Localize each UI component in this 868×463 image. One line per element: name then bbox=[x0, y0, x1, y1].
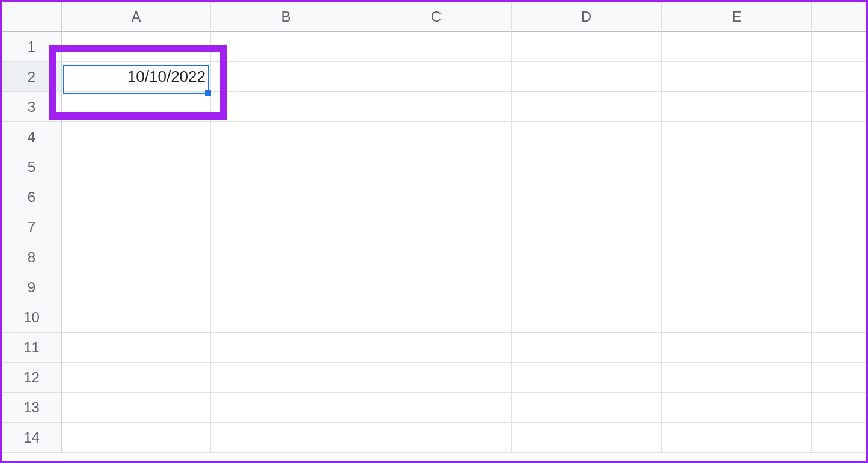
cell-B7[interactable] bbox=[211, 212, 361, 242]
cell-A9[interactable] bbox=[62, 272, 211, 302]
cell-D13[interactable] bbox=[512, 393, 662, 423]
cell-C5[interactable] bbox=[361, 152, 512, 182]
row-header-14[interactable]: 14 bbox=[2, 423, 62, 453]
row-header-12[interactable]: 12 bbox=[2, 363, 62, 393]
cell-E5[interactable] bbox=[662, 152, 812, 182]
cell-D11[interactable] bbox=[512, 333, 662, 363]
cell-E12[interactable] bbox=[662, 363, 812, 393]
cell-D3[interactable] bbox=[512, 92, 662, 122]
cell-C13[interactable] bbox=[361, 393, 512, 423]
cell-B13[interactable] bbox=[211, 393, 361, 423]
cell-D8[interactable] bbox=[512, 242, 662, 272]
cell-F14[interactable] bbox=[812, 423, 868, 453]
cell-B9[interactable] bbox=[211, 272, 361, 302]
cell-B3[interactable] bbox=[211, 92, 361, 122]
cell-C8[interactable] bbox=[361, 242, 512, 272]
row-header-2[interactable]: 2 bbox=[2, 62, 62, 92]
cell-D6[interactable] bbox=[512, 182, 662, 212]
cell-F9[interactable] bbox=[812, 272, 868, 302]
cell-B5[interactable] bbox=[211, 152, 361, 182]
cell-A4[interactable] bbox=[62, 122, 211, 152]
cell-F1[interactable] bbox=[812, 32, 868, 62]
row-header-6[interactable]: 6 bbox=[2, 182, 62, 212]
col-header-E[interactable]: E bbox=[662, 2, 812, 32]
cell-D1[interactable] bbox=[512, 32, 662, 62]
cell-F4[interactable] bbox=[812, 122, 868, 152]
col-header-C[interactable]: C bbox=[361, 2, 512, 32]
cell-E9[interactable] bbox=[662, 272, 812, 302]
cell-D10[interactable] bbox=[512, 302, 662, 333]
cell-E1[interactable] bbox=[662, 32, 812, 62]
cell-B6[interactable] bbox=[211, 182, 361, 212]
cell-B10[interactable] bbox=[211, 302, 361, 333]
cell-C9[interactable] bbox=[361, 272, 512, 302]
col-header-D[interactable]: D bbox=[512, 2, 662, 32]
cell-C3[interactable] bbox=[361, 92, 512, 122]
cell-D5[interactable] bbox=[512, 152, 662, 182]
cell-B12[interactable] bbox=[211, 363, 361, 393]
row-header-3[interactable]: 3 bbox=[2, 92, 62, 122]
cell-E7[interactable] bbox=[662, 212, 812, 242]
cell-D7[interactable] bbox=[512, 212, 662, 242]
row-header-13[interactable]: 13 bbox=[2, 393, 62, 423]
cell-E11[interactable] bbox=[662, 333, 812, 363]
cell-B8[interactable] bbox=[211, 242, 361, 272]
row-header-11[interactable]: 11 bbox=[2, 333, 62, 363]
cell-E14[interactable] bbox=[662, 423, 812, 453]
row-header-4[interactable]: 4 bbox=[2, 122, 62, 152]
cell-C11[interactable] bbox=[361, 333, 512, 363]
cell-B11[interactable] bbox=[211, 333, 361, 363]
cell-F11[interactable] bbox=[812, 333, 868, 363]
cell-A5[interactable] bbox=[62, 152, 211, 182]
row-header-5[interactable]: 5 bbox=[2, 152, 62, 182]
col-header-extra[interactable] bbox=[812, 2, 868, 32]
cell-E10[interactable] bbox=[662, 302, 812, 333]
cell-D2[interactable] bbox=[512, 62, 662, 92]
cell-F13[interactable] bbox=[812, 393, 868, 423]
cell-D4[interactable] bbox=[512, 122, 662, 152]
row-header-7[interactable]: 7 bbox=[2, 212, 62, 242]
col-header-A[interactable]: A bbox=[62, 2, 211, 32]
cell-A8[interactable] bbox=[62, 242, 211, 272]
cell-F7[interactable] bbox=[812, 212, 868, 242]
row-header-1[interactable]: 1 bbox=[2, 32, 62, 62]
cell-C14[interactable] bbox=[361, 423, 512, 453]
col-header-B[interactable]: B bbox=[211, 2, 361, 32]
cell-E8[interactable] bbox=[662, 242, 812, 272]
select-all-corner[interactable] bbox=[2, 2, 62, 32]
cell-A11[interactable] bbox=[62, 333, 211, 363]
cell-A10[interactable] bbox=[62, 302, 211, 333]
cell-A13[interactable] bbox=[62, 393, 211, 423]
cell-F12[interactable] bbox=[812, 363, 868, 393]
cell-F3[interactable] bbox=[812, 92, 868, 122]
cell-B1[interactable] bbox=[211, 32, 361, 62]
cell-C12[interactable] bbox=[361, 363, 512, 393]
spreadsheet-grid[interactable]: A B C D E 1 2 10/10/2022 3 4 bbox=[2, 2, 866, 453]
cell-A12[interactable] bbox=[62, 363, 211, 393]
cell-D9[interactable] bbox=[512, 272, 662, 302]
cell-E3[interactable] bbox=[662, 92, 812, 122]
cell-D14[interactable] bbox=[512, 423, 662, 453]
cell-E13[interactable] bbox=[662, 393, 812, 423]
cell-C4[interactable] bbox=[361, 122, 512, 152]
cell-C6[interactable] bbox=[361, 182, 512, 212]
cell-A7[interactable] bbox=[62, 212, 211, 242]
cell-F10[interactable] bbox=[812, 302, 868, 333]
cell-C1[interactable] bbox=[361, 32, 512, 62]
cell-E4[interactable] bbox=[662, 122, 812, 152]
row-header-9[interactable]: 9 bbox=[2, 272, 62, 302]
cell-A6[interactable] bbox=[62, 182, 211, 212]
cell-A1[interactable] bbox=[62, 32, 211, 62]
cell-B14[interactable] bbox=[211, 423, 361, 453]
cell-A2[interactable]: 10/10/2022 bbox=[62, 62, 211, 92]
cell-F5[interactable] bbox=[812, 152, 868, 182]
row-header-8[interactable]: 8 bbox=[2, 242, 62, 272]
cell-A14[interactable] bbox=[62, 423, 211, 453]
cell-F2[interactable] bbox=[812, 62, 868, 92]
cell-C10[interactable] bbox=[361, 302, 512, 333]
cell-E2[interactable] bbox=[662, 62, 812, 92]
cell-D12[interactable] bbox=[512, 363, 662, 393]
cell-C7[interactable] bbox=[361, 212, 512, 242]
cell-C2[interactable] bbox=[361, 62, 512, 92]
cell-F6[interactable] bbox=[812, 182, 868, 212]
